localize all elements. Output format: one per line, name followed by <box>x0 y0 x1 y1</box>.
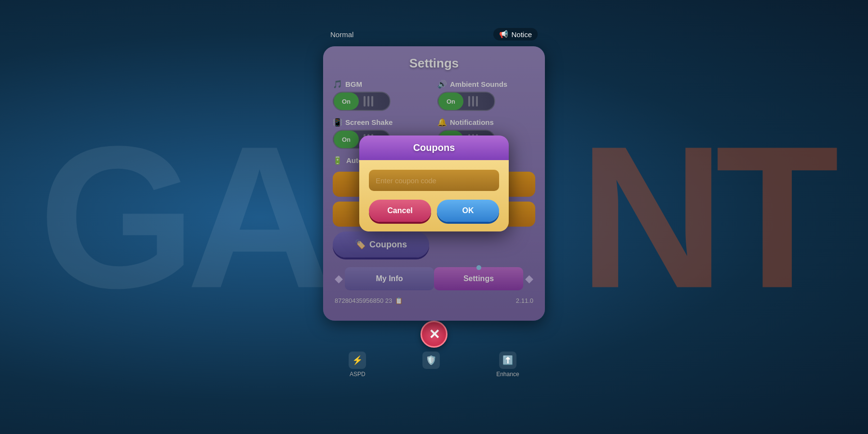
notice-bar[interactable]: 📢 Notice <box>493 28 538 41</box>
enhance-label: Enhance <box>496 371 519 378</box>
toolbar-shield[interactable]: 🛡️ <box>422 352 440 378</box>
bottom-toolbar: ⚡ ASPD 🛡️ ⬆️ Enhance <box>321 352 547 378</box>
notice-label: Notice <box>511 30 532 39</box>
coupon-modal-header: Coupons <box>359 136 509 160</box>
ok-button[interactable]: OK <box>437 200 499 222</box>
coupon-modal: Coupons Cancel OK <box>359 136 509 231</box>
shield-icon: 🛡️ <box>422 352 440 369</box>
settings-panel: Settings 🎵 BGM On <box>323 46 545 321</box>
aspd-icon: ⚡ <box>349 352 366 369</box>
enhance-icon: ⬆️ <box>499 352 516 369</box>
coupon-modal-body: Cancel OK <box>359 160 509 231</box>
toolbar-aspd[interactable]: ⚡ ASPD <box>349 352 366 378</box>
notice-icon: 📢 <box>499 30 508 39</box>
top-bar: Normal 📢 Notice <box>321 24 547 44</box>
aspd-label: ASPD <box>350 371 366 378</box>
toolbar-enhance[interactable]: ⬆️ Enhance <box>496 352 519 378</box>
close-button[interactable]: ✕ <box>420 321 448 348</box>
coupon-modal-buttons: Cancel OK <box>369 200 499 222</box>
cancel-button[interactable]: Cancel <box>369 200 431 222</box>
coupon-code-input[interactable] <box>369 170 499 191</box>
coupon-modal-title: Coupons <box>369 142 499 153</box>
phone-container: Normal 📢 Notice Settings 🎵 BGM On <box>321 24 547 410</box>
bg-text-nt: NT <box>579 101 829 334</box>
mode-label: Normal <box>330 30 353 39</box>
bg-text-ga: GA <box>39 101 323 334</box>
modal-overlay: Coupons Cancel OK <box>323 46 545 321</box>
